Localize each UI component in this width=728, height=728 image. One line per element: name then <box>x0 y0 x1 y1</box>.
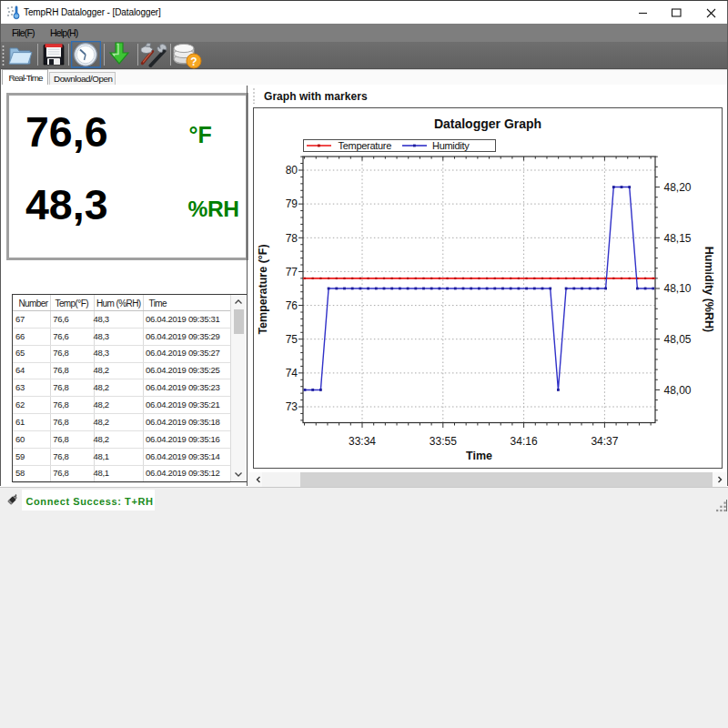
svg-text:48,20: 48,20 <box>664 181 692 194</box>
svg-text:48,10: 48,10 <box>664 282 692 295</box>
svg-text:79: 79 <box>286 197 298 210</box>
svg-text:Humidity (%RH): Humidity (%RH) <box>703 247 715 332</box>
svg-text:Humidity: Humidity <box>432 140 470 151</box>
svg-text:34:37: 34:37 <box>591 435 618 448</box>
svg-text:Datalogger Graph: Datalogger Graph <box>434 116 541 131</box>
svg-text:34:16: 34:16 <box>511 435 538 448</box>
svg-text:75: 75 <box>286 333 298 346</box>
svg-text:?: ? <box>190 56 197 68</box>
svg-text:80: 80 <box>286 164 298 177</box>
svg-text:78: 78 <box>286 232 298 245</box>
svg-text:Temperature: Temperature <box>339 140 392 151</box>
svg-text:73: 73 <box>286 400 298 413</box>
svg-text:33:34: 33:34 <box>349 435 376 448</box>
svg-text:48,15: 48,15 <box>664 232 692 245</box>
svg-text:76: 76 <box>286 299 298 312</box>
svg-text:33:55: 33:55 <box>430 435 457 448</box>
svg-text:Temperature (°F): Temperature (°F) <box>257 244 269 334</box>
svg-text:Time: Time <box>466 450 492 462</box>
svg-text:74: 74 <box>286 367 298 379</box>
svg-text:48,00: 48,00 <box>664 384 692 397</box>
svg-text:48,05: 48,05 <box>664 333 692 346</box>
svg-text:77: 77 <box>286 266 298 278</box>
